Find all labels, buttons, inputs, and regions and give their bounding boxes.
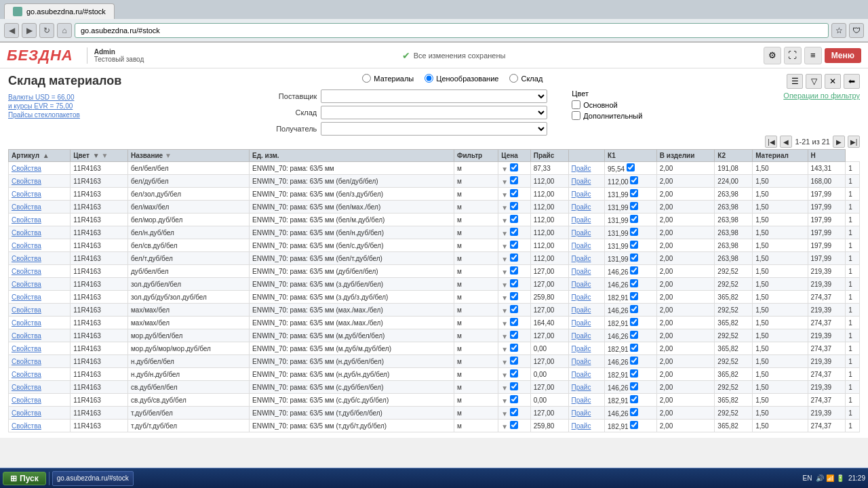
price-list-link[interactable]: Прайсы стеклопакетов bbox=[8, 111, 121, 119]
filter-cell[interactable]: ▼ bbox=[498, 420, 531, 432]
supplier-select[interactable] bbox=[321, 89, 547, 103]
ops-link[interactable]: Операции по фильтру bbox=[783, 92, 860, 100]
filter-cell[interactable]: ▼ bbox=[498, 355, 531, 368]
col-header-material[interactable]: Материал bbox=[753, 150, 808, 162]
filter-cell[interactable]: ▼ bbox=[498, 407, 531, 420]
pricelist-link[interactable]: Прайс bbox=[568, 188, 604, 201]
filter-cell[interactable]: ▼ bbox=[498, 226, 531, 239]
pricelist-link[interactable]: Прайс bbox=[568, 355, 604, 368]
col-header-price[interactable]: Цена bbox=[498, 150, 531, 162]
filter-cell[interactable]: ▼ bbox=[498, 265, 531, 278]
pricelist-link[interactable]: Прайс bbox=[568, 252, 604, 265]
properties-link[interactable]: Свойства bbox=[9, 265, 71, 278]
col-header-unit[interactable]: Ед. изм. bbox=[249, 150, 454, 162]
filter-cell[interactable]: ▼ bbox=[498, 278, 531, 291]
browser-tab[interactable]: go.asubezdna.ru/#stock bbox=[4, 3, 115, 19]
list-view-button[interactable]: ☰ bbox=[787, 74, 803, 89]
pricelist-link[interactable]: Прайс bbox=[568, 201, 604, 214]
nav-forward-button[interactable]: ▶ bbox=[22, 23, 37, 38]
pricelist-link[interactable]: Прайс bbox=[568, 407, 604, 420]
extension-icon[interactable]: 🛡 bbox=[849, 23, 864, 38]
properties-link[interactable]: Свойства bbox=[9, 214, 71, 226]
filter-cell[interactable]: ▼ bbox=[498, 317, 531, 329]
properties-link[interactable]: Свойства bbox=[9, 394, 71, 407]
pricelist-link[interactable]: Прайс bbox=[568, 278, 604, 291]
col-header-n[interactable]: Н bbox=[808, 150, 846, 162]
extra-button[interactable]: ≡ bbox=[804, 47, 822, 64]
properties-link[interactable]: Свойства bbox=[9, 252, 71, 265]
filter-cell[interactable]: ▼ bbox=[498, 304, 531, 317]
color-additional-checkbox[interactable] bbox=[572, 111, 580, 120]
pricelist-link[interactable]: Прайс bbox=[568, 394, 604, 407]
filter-cell[interactable]: ▼ bbox=[498, 329, 531, 342]
first-page-button[interactable]: |◀ bbox=[765, 136, 777, 148]
col-header-in-product[interactable]: В изделии bbox=[656, 150, 715, 162]
properties-link[interactable]: Свойства bbox=[9, 355, 71, 368]
col-header-k1[interactable]: К1 bbox=[605, 150, 657, 162]
nav-home-button[interactable]: ⌂ bbox=[57, 23, 72, 38]
properties-link[interactable]: Свойства bbox=[9, 381, 71, 394]
properties-link[interactable]: Свойства bbox=[9, 188, 71, 201]
filter-cell[interactable]: ▼ bbox=[498, 239, 531, 252]
filter-cell[interactable]: ▼ bbox=[498, 201, 531, 214]
radio-materials[interactable]: Материалы bbox=[362, 74, 414, 83]
next-page-button[interactable]: ▶ bbox=[833, 136, 845, 148]
filter-cell[interactable]: ▼ bbox=[498, 291, 531, 304]
properties-link[interactable]: Свойства bbox=[9, 368, 71, 381]
fullscreen-button[interactable]: ⛶ bbox=[784, 47, 802, 64]
filter-cell[interactable]: ▼ bbox=[498, 252, 531, 265]
col-header-pricelist[interactable]: Прайс bbox=[530, 150, 568, 162]
col-header-color[interactable]: Цвет ▼ ▼ bbox=[71, 150, 128, 162]
properties-link[interactable]: Свойства bbox=[9, 317, 71, 329]
radio-pricing[interactable]: Ценообразование bbox=[425, 74, 498, 83]
menu-button[interactable]: Меню bbox=[825, 48, 861, 63]
nav-refresh-button[interactable]: ↻ bbox=[39, 23, 54, 38]
prev-page-button[interactable]: ◀ bbox=[780, 136, 792, 148]
properties-link[interactable]: Свойства bbox=[9, 407, 71, 420]
pricelist-link[interactable]: Прайс bbox=[568, 291, 604, 304]
export-button[interactable]: ⬅ bbox=[844, 74, 860, 89]
properties-link[interactable]: Свойства bbox=[9, 162, 71, 175]
properties-link[interactable]: Свойства bbox=[9, 226, 71, 239]
pricelist-link[interactable]: Прайс bbox=[568, 265, 604, 278]
pricelist-link[interactable]: Прайс bbox=[568, 381, 604, 394]
filter-clear-button[interactable]: ✕ bbox=[825, 74, 841, 89]
pricelist-link[interactable]: Прайс bbox=[568, 239, 604, 252]
filter-cell[interactable]: ▼ bbox=[498, 394, 531, 407]
radio-warehouse[interactable]: Склад bbox=[509, 74, 542, 83]
pricelist-link[interactable]: Прайс bbox=[568, 317, 604, 329]
receiver-select[interactable] bbox=[321, 122, 547, 136]
last-page-button[interactable]: ▶| bbox=[848, 136, 860, 148]
filter-cell[interactable]: ▼ bbox=[498, 214, 531, 226]
filter-button[interactable]: ▽ bbox=[806, 74, 822, 89]
address-bar[interactable] bbox=[75, 23, 829, 38]
pricelist-link[interactable]: Прайс bbox=[568, 214, 604, 226]
filter-cell[interactable]: ▼ bbox=[498, 381, 531, 394]
properties-link[interactable]: Свойства bbox=[9, 342, 71, 355]
col-header-article[interactable]: Артикул ▲ bbox=[9, 150, 71, 162]
pricelist-link[interactable]: Прайс bbox=[568, 226, 604, 239]
nav-back-button[interactable]: ◀ bbox=[4, 23, 19, 38]
pricelist-link[interactable]: Прайс bbox=[568, 175, 604, 188]
properties-link[interactable]: Свойства bbox=[9, 239, 71, 252]
col-header-k2[interactable]: К2 bbox=[715, 150, 753, 162]
properties-link[interactable]: Свойства bbox=[9, 329, 71, 342]
pricelist-link[interactable]: Прайс bbox=[568, 342, 604, 355]
properties-link[interactable]: Свойства bbox=[9, 420, 71, 432]
pricelist-link[interactable]: Прайс bbox=[568, 329, 604, 342]
filter-cell[interactable]: ▼ bbox=[498, 342, 531, 355]
currency-link[interactable]: Валюты USD = 66,00 bbox=[8, 94, 121, 101]
properties-link[interactable]: Свойства bbox=[9, 201, 71, 214]
pricelist-link[interactable]: Прайс bbox=[568, 368, 604, 381]
properties-link[interactable]: Свойства bbox=[9, 291, 71, 304]
col-header-name[interactable]: Название ▼ bbox=[127, 150, 249, 162]
filter-cell[interactable]: ▼ bbox=[498, 188, 531, 201]
col-header-filter[interactable]: Фильтр bbox=[454, 150, 498, 162]
color-basic-checkbox[interactable] bbox=[572, 100, 580, 109]
settings-button[interactable]: ⚙ bbox=[764, 47, 781, 64]
pricelist-link[interactable]: Прайс bbox=[568, 420, 604, 432]
filter-cell[interactable]: ▼ bbox=[498, 175, 531, 188]
properties-link[interactable]: Свойства bbox=[9, 175, 71, 188]
pricelist-link[interactable]: Прайс bbox=[568, 162, 604, 175]
pricelist-link[interactable]: Прайс bbox=[568, 304, 604, 317]
